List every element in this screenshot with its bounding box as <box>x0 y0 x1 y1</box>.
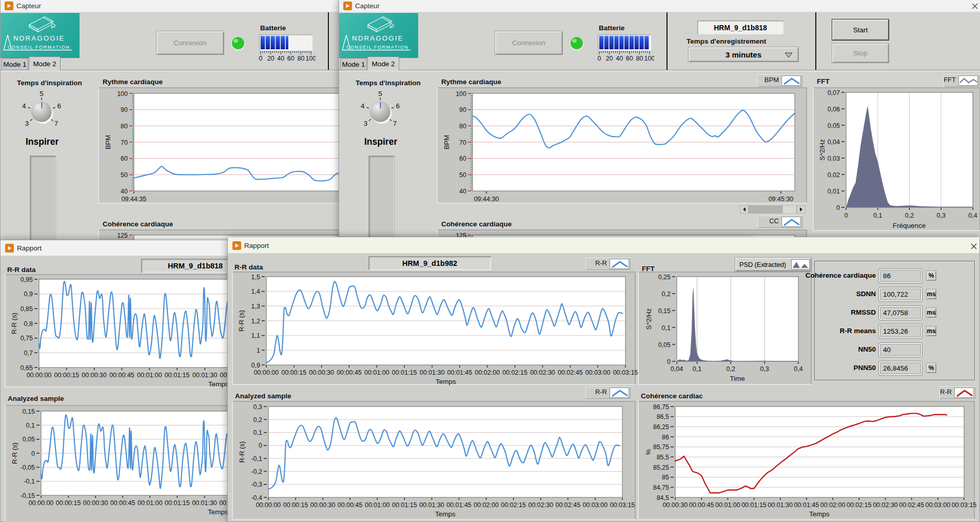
svg-text:00:03:00: 00:03:00 <box>925 501 950 509</box>
svg-text:00:01:15: 00:01:15 <box>741 501 767 509</box>
svg-text:80: 80 <box>636 55 643 62</box>
svg-text:Time: Time <box>730 375 745 382</box>
svg-text:00:02:45: 00:02:45 <box>555 501 580 509</box>
svg-text:6: 6 <box>57 102 61 110</box>
svg-text:60: 60 <box>459 155 466 162</box>
svg-text:86,5: 86,5 <box>657 413 669 420</box>
svg-text:00:02:00: 00:02:00 <box>820 501 846 509</box>
svg-text:0: 0 <box>845 212 848 219</box>
svg-text:00:02:30: 00:02:30 <box>528 501 553 509</box>
svg-text:-0,4: -0,4 <box>251 494 262 501</box>
svg-text:0,15: 0,15 <box>23 408 35 415</box>
svg-text:80: 80 <box>297 55 304 62</box>
svg-text:00:01:45: 00:01:45 <box>446 501 472 509</box>
svg-text:00:02:00: 00:02:00 <box>474 501 499 509</box>
svg-text:Temps: Temps <box>436 378 456 385</box>
svg-text:100: 100 <box>306 55 316 62</box>
svg-text:40: 40 <box>616 55 623 62</box>
svg-text:100: 100 <box>456 90 466 98</box>
svg-text:20: 20 <box>267 55 275 62</box>
svg-text:00:00:45: 00:00:45 <box>338 501 363 509</box>
svg-text:-0,2: -0,2 <box>251 468 262 475</box>
svg-text:%: % <box>644 449 652 455</box>
svg-text:00:03:15: 00:03:15 <box>952 501 977 509</box>
svg-text:CONSEIL FORMATION: CONSEIL FORMATION <box>8 45 70 50</box>
svg-text:60: 60 <box>626 55 633 62</box>
svg-text:00:00:00: 00:00:00 <box>254 369 279 376</box>
svg-text:1,2: 1,2 <box>251 318 260 325</box>
svg-text:0,9: 0,9 <box>24 291 33 298</box>
svg-text:0: 0 <box>836 204 840 211</box>
svg-text:Fréquence: Fréquence <box>893 222 926 229</box>
svg-text:S^2/Hz: S^2/Hz <box>818 139 826 161</box>
svg-text:0,4: 0,4 <box>794 365 802 373</box>
svg-text:20: 20 <box>606 55 613 62</box>
svg-text:00:01:45: 00:01:45 <box>794 501 819 509</box>
svg-text:0,65: 0,65 <box>21 364 33 372</box>
svg-text:09:45:30: 09:45:30 <box>769 196 794 203</box>
svg-text:0,04: 0,04 <box>671 365 683 373</box>
svg-text:1,5: 1,5 <box>251 274 260 281</box>
svg-text:00:00:30: 00:00:30 <box>309 369 334 376</box>
svg-text:00:01:30: 00:01:30 <box>768 501 793 509</box>
svg-text:00:00:00: 00:00:00 <box>256 501 281 509</box>
svg-text:86,25: 86,25 <box>653 423 669 431</box>
svg-text:00:02:45: 00:02:45 <box>558 369 583 376</box>
svg-text:0,05: 0,05 <box>23 436 35 443</box>
svg-text:R-R (s): R-R (s) <box>10 313 18 334</box>
svg-text:00:03:00: 00:03:00 <box>583 501 608 509</box>
svg-text:84,5: 84,5 <box>657 494 669 501</box>
svg-text:00:00:00: 00:00:00 <box>27 372 52 379</box>
svg-text:0,04: 0,04 <box>828 139 840 146</box>
svg-text:3: 3 <box>25 120 29 127</box>
svg-text:85,5: 85,5 <box>657 454 669 461</box>
svg-text:00:01:00: 00:01:00 <box>365 501 390 509</box>
svg-text:CONSEIL FORMATION: CONSEIL FORMATION <box>346 45 408 50</box>
svg-text:0,2: 0,2 <box>662 291 671 298</box>
svg-text:50: 50 <box>121 171 128 179</box>
svg-text:50: 50 <box>459 171 466 179</box>
svg-text:0: 0 <box>259 442 262 449</box>
svg-text:-0,3: -0,3 <box>251 481 262 488</box>
svg-text:-0,1: -0,1 <box>24 478 35 485</box>
svg-text:100: 100 <box>117 90 128 98</box>
svg-text:86,75: 86,75 <box>653 403 669 411</box>
svg-text:0,1: 0,1 <box>253 429 262 436</box>
svg-text:5: 5 <box>378 90 382 98</box>
svg-text:-0,1: -0,1 <box>251 455 262 462</box>
svg-text:00:02:15: 00:02:15 <box>501 501 526 509</box>
svg-text:125: 125 <box>117 232 128 239</box>
svg-text:0,8: 0,8 <box>24 320 33 327</box>
svg-text:6: 6 <box>396 102 400 110</box>
svg-text:0,2: 0,2 <box>253 416 262 423</box>
svg-text:4: 4 <box>22 102 26 110</box>
svg-text:40: 40 <box>121 188 128 195</box>
svg-text:7: 7 <box>393 120 397 127</box>
svg-text:00:02:15: 00:02:15 <box>847 501 872 509</box>
svg-text:00:00:15: 00:00:15 <box>54 372 79 379</box>
svg-text:00:02:30: 00:02:30 <box>873 501 898 509</box>
svg-text:00:00:45: 00:00:45 <box>109 372 134 379</box>
svg-text:09:44:35: 09:44:35 <box>122 196 147 203</box>
svg-text:85: 85 <box>662 474 669 481</box>
svg-text:0,4: 0,4 <box>968 212 977 219</box>
svg-text:70: 70 <box>459 139 466 146</box>
svg-text:00:01:00: 00:01:00 <box>715 501 740 509</box>
svg-text:00:00:30: 00:00:30 <box>82 372 107 379</box>
svg-text:-0,05: -0,05 <box>21 464 35 471</box>
svg-text:Temps: Temps <box>435 510 456 518</box>
svg-text:00:00:15: 00:00:15 <box>283 501 308 509</box>
svg-text:90: 90 <box>459 106 466 113</box>
svg-text:BPM: BPM <box>104 135 112 149</box>
svg-text:00:03:15: 00:03:15 <box>610 501 635 509</box>
svg-text:NDRAGOGIE: NDRAGOGIE <box>352 34 404 42</box>
svg-text:40: 40 <box>277 55 284 62</box>
svg-text:00:00:45: 00:00:45 <box>689 501 714 509</box>
svg-text:00:00:15: 00:00:15 <box>56 499 81 507</box>
svg-text:80: 80 <box>121 123 128 130</box>
svg-text:00:01:15: 00:01:15 <box>392 501 417 509</box>
svg-text:00:01:15: 00:01:15 <box>165 372 190 379</box>
svg-text:86: 86 <box>662 434 669 441</box>
svg-text:00:01:30: 00:01:30 <box>419 501 444 509</box>
svg-text:00:02:45: 00:02:45 <box>899 501 924 509</box>
